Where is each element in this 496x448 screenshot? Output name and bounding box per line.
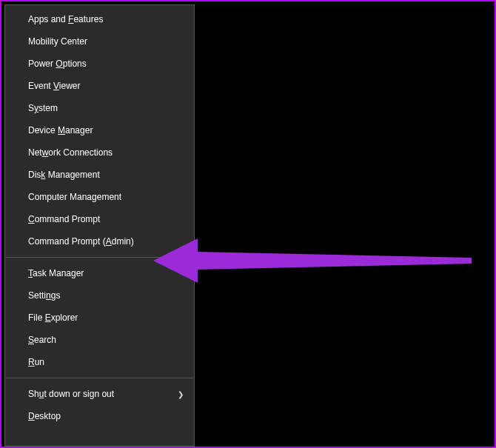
menu-label: Power Options (28, 58, 87, 69)
menu-item-shut-down-or-sign-out[interactable]: Shut down or sign out ❯ (5, 383, 194, 405)
menu-separator (6, 378, 193, 378)
menu-item-file-explorer[interactable]: File Explorer (5, 307, 194, 329)
menu-label: Desktop (28, 411, 61, 421)
menu-label: Mobility Center (28, 36, 87, 47)
menu-label: Command Prompt (Admin) (28, 236, 134, 247)
menu-item-system[interactable]: System (5, 97, 194, 119)
menu-label: Device Manager (28, 125, 93, 136)
winx-context-menu: Apps and Features Mobility Center Power … (4, 4, 195, 447)
menu-item-power-options[interactable]: Power Options (5, 53, 194, 75)
annotation-arrow-icon (153, 238, 472, 283)
menu-item-task-manager[interactable]: Task Manager (5, 262, 194, 284)
menu-item-run[interactable]: Run (5, 351, 194, 373)
menu-label: Search (28, 335, 56, 345)
menu-label: Apps and Features (28, 14, 103, 24)
menu-label: File Explorer (28, 312, 78, 323)
menu-separator (6, 257, 193, 258)
menu-item-mobility-center[interactable]: Mobility Center (5, 30, 194, 53)
menu-item-computer-management[interactable]: Computer Management (5, 186, 194, 208)
menu-label: Network Connections (28, 147, 113, 158)
chevron-right-icon: ❯ (178, 390, 184, 398)
menu-item-command-prompt[interactable]: Command Prompt (5, 208, 194, 230)
menu-label: Task Manager (28, 268, 84, 278)
menu-label: Run (28, 357, 44, 367)
menu-item-event-viewer[interactable]: Event Viewer (5, 75, 194, 97)
menu-label: Event Viewer (28, 81, 81, 91)
menu-label: System (28, 103, 58, 113)
menu-label: Disk Management (28, 170, 100, 180)
menu-item-search[interactable]: Search (5, 329, 194, 351)
menu-item-desktop[interactable]: Desktop (5, 405, 194, 427)
menu-item-apps-and-features[interactable]: Apps and Features (5, 8, 194, 30)
menu-label: Computer Management (28, 192, 121, 202)
menu-item-network-connections[interactable]: Network Connections (5, 141, 194, 164)
menu-label: Settings (28, 290, 60, 301)
menu-label: Command Prompt (28, 214, 100, 224)
menu-item-device-manager[interactable]: Device Manager (5, 119, 194, 141)
menu-item-settings[interactable]: Settings (5, 284, 194, 307)
menu-item-command-prompt-admin[interactable]: Command Prompt (Admin) (5, 230, 194, 253)
menu-label: Shut down or sign out (28, 389, 114, 399)
svg-marker-0 (153, 238, 472, 283)
menu-item-disk-management[interactable]: Disk Management (5, 164, 194, 186)
